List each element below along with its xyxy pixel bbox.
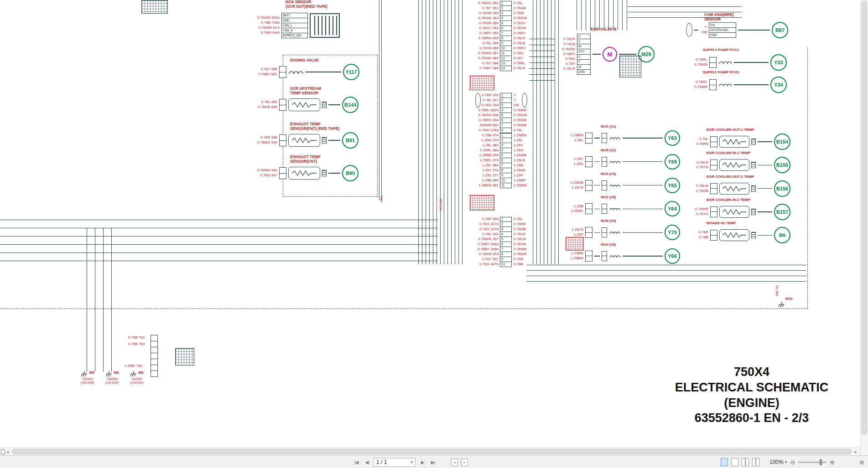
connector-pin: 7: [500, 163, 512, 168]
pin-label: GND: [709, 32, 736, 37]
wire: [306, 72, 341, 72]
wire-bundle: [87, 228, 113, 372]
pin-row: 0.76RW 365 8 0.76LR: [467, 36, 527, 41]
wire-label: 0.76LR: [512, 36, 525, 41]
zoom-in-button[interactable]: ⊕: [830, 459, 835, 466]
page-panel-icon[interactable]: [1, 449, 5, 454]
component-id-badge: B156: [774, 180, 790, 197]
connector-pin: 3: [500, 11, 512, 16]
single-page-view-button[interactable]: [721, 458, 728, 466]
horizontal-scroll-thumb[interactable]: [12, 449, 852, 454]
component-label: INTAKE-IN TEMP: [707, 221, 736, 226]
ground-symbol: [105, 371, 113, 377]
wire-label: 0.76RY: [512, 46, 526, 51]
wire-label: 0.76RL: [512, 62, 525, 66]
mini-connector: [751, 185, 756, 192]
wire: [758, 165, 772, 165]
zoom-slider[interactable]: [798, 462, 826, 463]
pin-row: 0.76G 318 3 OB: [467, 103, 527, 108]
pin-label: ADRED2_SW: [282, 33, 307, 38]
wire-label: DRAIN 692: [467, 123, 500, 128]
temp-sensor-symbol: [288, 167, 320, 180]
wire-label: 1.25B: [512, 164, 523, 168]
ground-group: M8 YAZAKI (CN.D98) M8 YAZAKI (CN.D92) M8…: [78, 371, 147, 385]
continuous-facing-view-button[interactable]: [752, 458, 759, 466]
wire-label: 0.76YB: [690, 165, 708, 170]
wire-label: 0.76RL: [687, 80, 707, 84]
coil-symbol: [609, 205, 621, 212]
wire-label: 0.76G 318: [467, 103, 500, 108]
continuous-view-button[interactable]: [731, 458, 738, 466]
scroll-right-arrow[interactable]: ▸: [855, 448, 857, 456]
next-page-button[interactable]: ▶: [419, 458, 426, 466]
wire-label: 0.76W DH4: [247, 31, 280, 35]
connector-pin: 6: [500, 118, 512, 123]
pin-row: 0.76GW 364 12 0.76Y: [467, 56, 527, 61]
connector-pin: 7: [500, 123, 512, 128]
fit-page-button[interactable]: ⊕: [859, 459, 864, 466]
wire-label: 0.76LW: [512, 237, 526, 242]
component-id-badge: Y65: [665, 178, 680, 193]
previous-page-button[interactable]: ◀: [363, 458, 370, 466]
horizontal-scrollbar[interactable]: ◂ ▸: [0, 447, 860, 455]
wire: [623, 232, 663, 233]
component-label: INJ5 (#2): [601, 149, 616, 153]
chevron-down-icon[interactable]: ▾: [785, 460, 787, 464]
zoom-level-dropdown[interactable]: 100% ▾: [769, 459, 787, 465]
component-id-badge: Y63: [665, 130, 680, 146]
wire-label: 1.25B 374: [467, 134, 500, 138]
wire-label: 0.76WB: [512, 123, 526, 128]
first-page-button[interactable]: |◀: [353, 458, 360, 466]
previous-view-button[interactable]: ◂: [451, 458, 458, 466]
wire: [594, 138, 600, 138]
component-id-badge: Y34: [770, 77, 787, 93]
connector: [710, 159, 717, 170]
pin-row: 0.76L 317 2 T: [467, 98, 527, 103]
connector-pin: 5: [500, 153, 512, 158]
connector-grid: [470, 76, 494, 90]
vertical-scroll-thumb[interactable]: [862, 1, 867, 435]
page-number-input[interactable]: 1 / 1 ▾: [374, 458, 416, 467]
wire-label: 0.76GB: [512, 227, 526, 231]
connector: [710, 230, 717, 241]
wire-label: 1.25L 377: [467, 174, 500, 178]
ground-id: M8: [138, 371, 143, 375]
next-view-button[interactable]: ▸: [461, 458, 468, 466]
connector-pin: 8: [500, 128, 512, 133]
connector: VccOUT(PULSE)GND: [709, 22, 736, 38]
last-page-button[interactable]: ▶|: [429, 458, 437, 466]
component-label: EXHAUST TEMP SENSOR(FNT) (RED TAPE): [290, 122, 339, 131]
connector-pin: 6: [500, 242, 512, 247]
wire: [734, 62, 769, 62]
connector-pin: 6: [500, 158, 512, 163]
pin-label: W: [577, 64, 590, 69]
wire-bundle: [379, 0, 383, 201]
connector-pin: 8: [500, 252, 512, 257]
wire-label: 1.25BW: [512, 184, 526, 188]
scroll-left-arrow[interactable]: ◂: [6, 448, 9, 456]
pin-row: 0.76BY 369 14 0.76LR: [467, 66, 527, 71]
ecu-connector-stack-a: 0.76WG 352 1 0.76L 0.76Y 362 2 0.76GB 0.…: [467, 1, 527, 71]
connector: [709, 79, 717, 90]
chevron-down-icon[interactable]: ▾: [411, 460, 413, 464]
wire: [758, 188, 772, 189]
connector-pin: 4: [500, 148, 512, 153]
ground-id: M10: [785, 297, 793, 301]
connector-pin: 5: [500, 21, 512, 26]
connector-pin: 6: [500, 26, 512, 31]
pin-label: U: [577, 54, 590, 59]
wire-label: 0.76G: [554, 57, 575, 61]
connector-pin: 11: [500, 51, 512, 56]
wire-label: 0.76RB: [512, 222, 526, 226]
component-label: EGR VALVE B: [591, 27, 616, 32]
connector: [710, 206, 717, 217]
wire-label: 0.76GR: [512, 26, 526, 31]
connector: [602, 180, 607, 190]
zoom-out-button[interactable]: ⊖: [790, 459, 795, 466]
wire-label: 1.25BW 381: [467, 184, 500, 188]
wire-label: 46B 753: [775, 285, 779, 296]
facing-pages-view-button[interactable]: [742, 458, 749, 466]
wire-label: 1.25Br 760: [125, 364, 142, 368]
zoom-slider-thumb[interactable]: [820, 459, 822, 465]
vertical-scrollbar[interactable]: [860, 0, 868, 455]
